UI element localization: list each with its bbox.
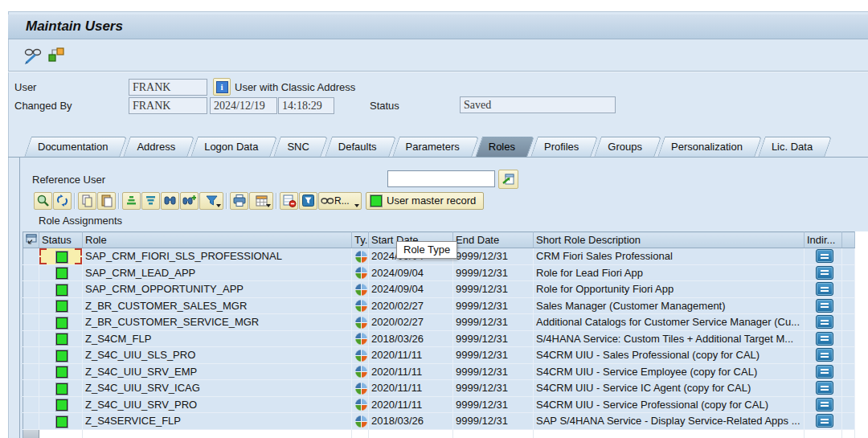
description-cell[interactable]: S/4HANA Service: Custom Tiles + Addition…: [534, 330, 805, 347]
tab[interactable]: Personalization: [654, 137, 755, 158]
description-cell[interactable]: Role for Opportunity Fiori App: [534, 281, 805, 298]
status-cell[interactable]: [39, 330, 83, 347]
description-cell[interactable]: CRM Fiori Sales Professional: [534, 248, 805, 265]
role-cell[interactable]: Z_BR_CUSTOMER_SALES_MGR: [83, 297, 352, 314]
status-cell[interactable]: [39, 363, 83, 380]
reference-user-input[interactable]: [387, 170, 495, 187]
indirect-cell[interactable]: [805, 281, 842, 298]
tab[interactable]: Groups: [591, 137, 654, 158]
role-cell[interactable]: Z_S4C_UIU_SRV_EMP: [83, 363, 352, 380]
indirect-assignment-button[interactable]: [816, 365, 833, 379]
row-select-cell[interactable]: [23, 297, 39, 314]
description-cell[interactable]: S4CRM UIU - Service IC Agent (copy for C…: [534, 380, 805, 397]
indirect-cell[interactable]: [805, 248, 842, 265]
change-layout-button[interactable]: [299, 192, 317, 210]
status-cell[interactable]: [39, 314, 83, 331]
header-role[interactable]: Role: [83, 232, 352, 248]
row-select-cell[interactable]: [23, 380, 39, 397]
tab[interactable]: Parameters: [389, 137, 472, 158]
header-status[interactable]: Status: [39, 232, 83, 248]
row-select-cell[interactable]: [23, 314, 39, 331]
delete-row-button[interactable]: [280, 192, 298, 210]
start-date-cell[interactable]: [369, 429, 453, 438]
start-date-cell[interactable]: 2020/02/27: [369, 314, 453, 331]
description-cell[interactable]: Sales Manager (Customer Management): [534, 297, 805, 314]
row-select-cell[interactable]: [23, 347, 39, 364]
start-date-cell[interactable]: 2020/11/11: [369, 347, 453, 364]
role-cell[interactable]: SAP_CRM_FIORI_SLS_PROFESSIONAL: [83, 248, 352, 265]
start-date-cell[interactable]: 2020/11/11: [369, 363, 453, 380]
user-master-record-button[interactable]: User master record: [366, 192, 484, 210]
row-select-cell[interactable]: [23, 330, 39, 347]
refresh-button[interactable]: [53, 192, 72, 210]
indirect-assignment-button[interactable]: [816, 315, 833, 329]
header-end-date[interactable]: End Date: [453, 232, 534, 248]
role-cell[interactable]: Z_S4SERVICE_FLP: [83, 413, 352, 430]
tab[interactable]: Defaults: [321, 137, 389, 158]
role-type-cell[interactable]: [352, 264, 369, 281]
status-cell[interactable]: [39, 429, 83, 438]
end-date-cell[interactable]: 9999/12/31: [453, 264, 534, 281]
indirect-cell[interactable]: [805, 347, 842, 364]
status-cell[interactable]: [39, 297, 83, 314]
role-cell[interactable]: SAP_CRM_OPPORTUNITY_APP: [83, 281, 352, 298]
start-date-cell[interactable]: 2018/03/26: [369, 330, 453, 347]
start-date-cell[interactable]: 2020/02/27: [369, 297, 453, 314]
end-date-cell[interactable]: 9999/12/31: [453, 281, 534, 298]
description-cell[interactable]: Role for Lead Fiori App: [534, 264, 805, 281]
indirect-cell[interactable]: [805, 413, 842, 430]
description-cell[interactable]: S4CRM UIU - Service Employee (copy for C…: [534, 363, 805, 380]
role-cell[interactable]: SAP_CRM_LEAD_APP: [83, 264, 352, 281]
end-date-cell[interactable]: [453, 429, 534, 438]
display-role-button[interactable]: R...: [318, 192, 362, 210]
sort-ascending-button[interactable]: [122, 192, 141, 210]
tab[interactable]: Profiles: [527, 137, 591, 158]
role-type-cell[interactable]: [352, 380, 369, 397]
role-cell[interactable]: Z_S4C_UIU_SRV_PRO: [83, 396, 352, 413]
header-type[interactable]: Ty...: [352, 232, 369, 248]
print-button[interactable]: [230, 192, 248, 210]
references-icon[interactable]: [47, 46, 66, 66]
end-date-cell[interactable]: 9999/12/31: [453, 314, 534, 331]
changed-time-field[interactable]: 14:18:29: [278, 97, 334, 114]
end-date-cell[interactable]: 9999/12/31: [453, 347, 534, 364]
find-next-button[interactable]: [180, 192, 199, 210]
tab[interactable]: Address: [120, 137, 187, 158]
role-cell[interactable]: Z_BR_CUSTOMER_SERVICE_MGR: [83, 314, 352, 331]
role-type-cell[interactable]: [352, 396, 369, 413]
start-date-cell[interactable]: 2024/09/04: [369, 264, 453, 281]
role-type-cell[interactable]: [352, 314, 369, 331]
role-cell[interactable]: Z_S4CM_FLP: [83, 330, 352, 347]
indirect-assignment-button[interactable]: [816, 414, 833, 428]
indirect-assignment-button[interactable]: [816, 266, 833, 280]
role-type-cell[interactable]: [352, 330, 369, 347]
end-date-cell[interactable]: 9999/12/31: [453, 363, 534, 380]
row-select-cell[interactable]: [23, 363, 39, 380]
end-date-cell[interactable]: 9999/12/31: [453, 297, 534, 314]
info-button[interactable]: i: [213, 78, 231, 96]
role-type-cell[interactable]: [352, 429, 369, 438]
role-type-cell[interactable]: [352, 297, 369, 314]
indirect-cell[interactable]: [805, 429, 842, 438]
role-cell[interactable]: [83, 429, 352, 438]
display-change-icon[interactable]: [23, 46, 43, 68]
row-select-cell[interactable]: [23, 281, 39, 298]
indirect-cell[interactable]: [805, 264, 842, 281]
tab[interactable]: Roles: [472, 137, 527, 158]
indirect-assignment-button[interactable]: [816, 282, 833, 296]
changed-by-field[interactable]: FRANK: [129, 97, 207, 114]
status-cell[interactable]: [39, 380, 83, 397]
indirect-cell[interactable]: [805, 396, 842, 413]
row-select-cell[interactable]: [23, 396, 39, 413]
status-cell[interactable]: [39, 264, 83, 281]
row-select-cell[interactable]: [23, 413, 39, 430]
select-all-header[interactable]: [23, 232, 39, 248]
header-indirect[interactable]: Indir...: [805, 232, 842, 248]
status-cell[interactable]: [39, 396, 83, 413]
role-type-cell[interactable]: [352, 248, 369, 265]
header-description[interactable]: Short Role Description: [534, 232, 805, 248]
indirect-cell[interactable]: [805, 330, 842, 347]
row-select-cell[interactable]: [23, 429, 39, 438]
tab[interactable]: Lic. Data: [755, 137, 825, 158]
indirect-cell[interactable]: [805, 363, 842, 380]
